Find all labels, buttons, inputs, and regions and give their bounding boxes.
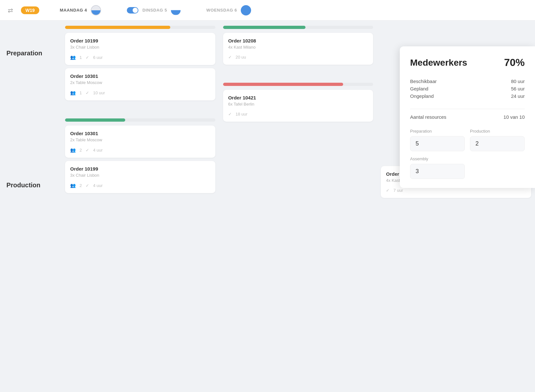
order-title: Order 10208 [228,38,368,43]
check-icon: ✓ [86,148,89,153]
table-row[interactable]: Order 10421 6x Tafel Berlin ✓ 18 uur [223,90,373,122]
order-title: Order 10421 [228,95,368,100]
workers-count: 1 [80,55,82,60]
order-desc: 2x Table Moscow [70,80,210,85]
order-desc: 3x Chair Lisbon [70,45,210,50]
workers-icon: 👥 [70,147,76,153]
beschikbaar-label: Beschikbaar [410,79,437,84]
order-title: Order 10199 [70,38,210,43]
prep-prod-spacer [223,73,373,83]
prep-field-label: Preparation [410,129,465,134]
dinsdag-prod-progress-fill [223,83,343,86]
popup-stat-ongepland: Ongepland 24 uur [410,92,525,100]
week-badge[interactable]: W19 [21,6,39,14]
order-meta: ✓ 18 uur [228,112,368,117]
table-row[interactable]: Order 10208 4x Kast Milano ✓ 20 uu [223,33,373,65]
day-tabs: MAANDAG 4 DINSDAG 5 WOENSDAG 6 [47,0,527,21]
check-icon: ✓ [86,183,89,188]
popup-percent: 70% [504,57,525,69]
maandag-prod-progress-fill [65,118,125,122]
table-row[interactable]: Order 10199 3x Chair Lisbon 👥 2 ✓ 4 uur [65,161,215,193]
resources-label: Aantal resources [410,114,446,120]
workers-icon: 👥 [70,55,76,60]
row-labels: Preparation Production [0,21,61,392]
tab-maandag-label: MAANDAG 4 [60,8,87,13]
assembly-field-label: Assembly [410,156,465,161]
gepland-value: 56 uur [511,86,525,91]
order-meta: ✓ 7 uur [386,188,526,193]
maandag-indicator [91,5,101,15]
dinsdag-prep-progress-bar [223,26,373,29]
hours-label: 6 uur [93,55,103,60]
ongepland-label: Ongepland [410,93,434,99]
dinsdag-toggle[interactable] [127,7,138,14]
workers-count: 2 [80,183,82,188]
hours-label: 7 uur [393,188,403,193]
popup-divider [410,109,525,109]
table-row[interactable]: Order 10199 3x Chair Lisbon 👥 1 ✓ 6 uur [65,33,215,65]
table-row[interactable]: Order 10301 2x Table Moscow 👥 1 ✓ 10 uur [65,68,215,100]
check-icon: ✓ [228,112,232,117]
popup-field-preparation: Preparation [410,129,465,151]
popup-stats: Beschikbaar 80 uur Gepland 56 uur Ongepl… [410,78,525,100]
popup-stat-gepland: Gepland 56 uur [410,85,525,92]
dinsdag-prep-progress-fill [223,26,306,29]
maandag-production: Order 10301 2x Table Moscow 👥 2 ✓ 4 uur … [65,118,215,196]
order-desc: 3x Chair Lisbon [70,173,210,178]
popup-field-assembly: Assembly [410,156,465,179]
prep-field-input[interactable] [410,136,465,151]
check-icon: ✓ [386,188,390,193]
main-content: Preparation Production Order 10199 3x Ch… [0,21,535,392]
popup-stat-beschikbaar: Beschikbaar 80 uur [410,78,525,85]
popup-fields-grid: Preparation Production Assembly [410,129,525,179]
column-maandag: Order 10199 3x Chair Lisbon 👥 1 ✓ 6 uur … [61,21,219,392]
workers-icon: 👥 [70,90,76,95]
popup-title: Medewerkers [410,58,467,68]
ongepland-value: 24 uur [511,93,525,99]
tab-maandag[interactable]: MAANDAG 4 [47,0,114,21]
tab-woensdag-label: WOENSDAG 6 [206,8,237,13]
column-dinsdag: Order 10208 4x Kast Milano ✓ 20 uu Order… [219,21,377,392]
section-label-preparation: Preparation [0,33,61,172]
order-desc: 4x Kast Milano [228,45,368,50]
workers-count: 2 [80,148,82,153]
prod-field-input[interactable] [470,136,525,151]
order-title: Order 10301 [70,131,210,136]
medewerkers-popup: Medewerkers 70% Beschikbaar 80 uur Gepla… [400,46,535,188]
dinsdag-indicator [171,5,181,15]
tab-dinsdag[interactable]: DINSDAG 5 [114,0,193,21]
hours-label: 18 uur [236,112,248,117]
order-meta: 👥 2 ✓ 4 uur [70,147,210,153]
shuffle-icon[interactable]: ⇄ [8,6,13,14]
prep-prod-spacer [65,109,215,118]
order-meta: 👥 1 ✓ 6 uur [70,55,210,60]
top-bar: ⇄ W19 MAANDAG 4 DINSDAG 5 WOENSDAG 6 [0,0,535,21]
woensdag-indicator [241,5,251,15]
hours-label: 4 uur [93,183,103,188]
popup-field-production: Production [470,129,525,151]
order-title: Order 10301 [70,73,210,79]
maandag-prep-progress-bar [65,26,215,29]
hours-label: 10 uur [93,90,105,95]
resources-value: 10 van 10 [503,114,525,120]
dinsdag-production: Order 10421 6x Tafel Berlin ✓ 18 uur [223,83,373,125]
tab-dinsdag-label: DINSDAG 5 [142,8,167,13]
table-row[interactable]: Order 10301 2x Table Moscow 👥 2 ✓ 4 uur [65,126,215,158]
order-meta: ✓ 20 uu [228,55,368,60]
maandag-prod-progress-bar [65,118,215,122]
workers-icon: 👥 [70,183,76,188]
section-label-production: Production [0,172,61,301]
assembly-field-input[interactable] [410,164,465,179]
dinsdag-prod-progress-bar [223,83,373,86]
order-meta: 👥 1 ✓ 10 uur [70,90,210,95]
order-title: Order 10199 [70,166,210,172]
check-icon: ✓ [86,55,89,60]
check-icon: ✓ [86,90,89,95]
hours-label: 20 uu [236,55,246,60]
gepland-label: Gepland [410,86,428,91]
workers-count: 1 [80,90,82,95]
tab-woensdag[interactable]: WOENSDAG 6 [193,0,264,21]
order-meta: 👥 2 ✓ 4 uur [70,183,210,188]
check-icon: ✓ [228,55,232,60]
prod-field-label: Production [470,129,525,134]
